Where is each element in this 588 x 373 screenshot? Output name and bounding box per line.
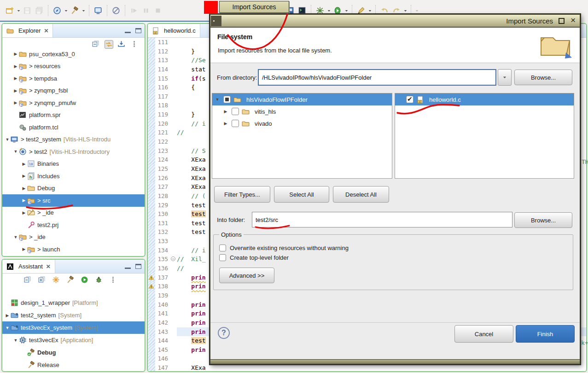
tree-item-test2-system[interactable]: ▶stest2_system[System] [2, 309, 145, 321]
twisty-icon[interactable]: ▶ [4, 313, 11, 318]
toplevel-checkbox[interactable] [219, 254, 226, 261]
stop-icon[interactable] [153, 6, 163, 16]
twisty-icon[interactable]: ▶ [12, 76, 19, 81]
explorer-tab-close-icon[interactable]: ✕ [44, 28, 48, 34]
tree-item-design-1-wrapper[interactable]: design_1_wrapper[Platform] [2, 297, 145, 309]
skip-breakpoints-icon[interactable] [111, 6, 121, 16]
overwrite-checkbox[interactable] [219, 245, 226, 251]
dialog-titlebar[interactable]: Import Sources × [210, 15, 580, 28]
tree-item-hlsvivadoflowipfolder[interactable]: ▼hlsVivadoFlowIPFolder [212, 93, 392, 105]
toplevel-option[interactable]: Create top-level folder [219, 254, 567, 261]
collapse-all-icon[interactable] [92, 40, 100, 49]
tree-item-psu-cortexa53-0[interactable]: ▶psu_cortexa53_0 [2, 51, 145, 60]
twisty-icon[interactable]: ▼ [4, 137, 11, 142]
tree-item-tempdsa[interactable]: ▶?> tempdsa [2, 72, 145, 85]
maximize-icon[interactable] [135, 28, 141, 33]
pause-icon[interactable] [141, 6, 151, 16]
assistant-tab-close-icon[interactable]: ✕ [46, 263, 51, 270]
from-directory-input[interactable] [258, 69, 496, 86]
assistant-maximize-icon[interactable] [135, 264, 141, 269]
finish-button[interactable]: Finish [516, 325, 575, 343]
twisty-icon[interactable]: ▶ [12, 88, 19, 93]
tree-item-src[interactable]: ▶?> src [2, 194, 145, 207]
tree-item--ide[interactable]: ▼?> _ide [2, 231, 145, 244]
twisty-icon[interactable]: ▼ [12, 235, 19, 239]
dialog-maximize-icon[interactable] [559, 18, 565, 24]
checkbox-unchecked[interactable] [232, 120, 239, 127]
tree-item-binaries[interactable]: ▶10Binaries [2, 158, 145, 170]
select-all-button[interactable]: Select All [274, 186, 329, 203]
into-folder-input[interactable] [252, 212, 512, 227]
assistant-run-icon[interactable] [81, 276, 89, 285]
tree-item-test2-prj[interactable]: test2.prj [2, 219, 145, 231]
twisty-icon[interactable]: ▶ [12, 100, 19, 105]
twisty-icon[interactable]: ▶ [12, 64, 19, 69]
deselect-all-button[interactable]: Deselect All [333, 186, 389, 203]
help-button[interactable]: ? [218, 327, 230, 339]
debug-config-dropdown-icon[interactable] [63, 6, 69, 16]
twisty-icon[interactable]: ▶ [12, 52, 19, 56]
twisty-icon[interactable]: ▼ [214, 97, 221, 102]
tree-item-test3vecex[interactable]: ▼test3vecEx[Application] [2, 334, 145, 346]
build-dropdown-icon[interactable] [81, 6, 86, 16]
tree-item-vitis-hls[interactable]: ▶vitis_hls [212, 105, 392, 117]
twisty-icon[interactable]: ▶ [21, 162, 27, 166]
tree-item-test2-system[interactable]: ▼> test2_system[Vitis-HLS-Introdu [2, 134, 145, 146]
assistant-build-icon[interactable] [66, 276, 75, 285]
link-with-editor-icon[interactable] [105, 40, 113, 49]
twisty-icon[interactable]: ▶ [21, 186, 27, 191]
save-icon[interactable] [22, 6, 32, 16]
dialog-close-icon[interactable]: × [571, 15, 576, 25]
browse-bottom-button[interactable]: Browse... [514, 212, 572, 228]
tree-item-platform-tcl[interactable]: platform.tcl [2, 121, 145, 134]
twisty-icon[interactable]: ▶ [21, 210, 27, 215]
twisty-icon[interactable]: ▶ [222, 109, 229, 114]
fold-marker-icon[interactable]: − [170, 255, 177, 264]
resume-icon[interactable] [129, 6, 139, 16]
tree-item-vivado[interactable]: ▶vivado [212, 117, 392, 129]
advanced-button[interactable]: Advanced >> [219, 268, 274, 283]
tree-item-resources[interactable]: ▶?> resources [2, 60, 145, 73]
overwrite-option[interactable]: Overwrite existing resources without war… [219, 245, 567, 251]
twisty-icon[interactable]: ▶ [21, 247, 27, 251]
twisty-icon[interactable]: ▶ [21, 174, 27, 178]
tab-helloworld-c[interactable]: .c helloworld.c [148, 24, 200, 37]
new-wizard-dropdown-icon[interactable] [16, 6, 21, 16]
checkbox-gray[interactable] [223, 96, 231, 103]
tree-item-zynqmp-pmufw[interactable]: ▶?> zynqmp_pmufw [2, 97, 145, 109]
tree-item-debug[interactable]: Debug [2, 346, 145, 359]
save-all-icon[interactable] [34, 6, 44, 16]
window-menu-icon[interactable] [211, 16, 221, 26]
tree-item-launch[interactable]: ▶?> launch [2, 243, 145, 256]
tree-item-platform-spr[interactable]: platform.spr [2, 109, 145, 122]
view-menu-icon[interactable] [130, 40, 139, 49]
build-hammer-icon[interactable] [70, 6, 80, 16]
twisty-icon[interactable]: ▶ [21, 198, 27, 203]
tree-item--ide[interactable]: ▶> _ide [2, 207, 145, 219]
assistant-collapse-all-icon[interactable] [23, 276, 32, 285]
tree-item-release[interactable]: Release [2, 359, 145, 371]
import-icon[interactable] [117, 40, 126, 49]
tree-item-zynqmp-fsbl[interactable]: ▶?> zynqmp_fsbl [2, 85, 145, 97]
terminal-icon[interactable] [93, 6, 103, 16]
new-wizard-icon[interactable] [5, 6, 15, 16]
source-file-list[interactable]: .chelloworld.c [395, 93, 574, 179]
assistant-minimize-icon[interactable] [125, 264, 131, 269]
tree-item-includes[interactable]: ▶hIncludes [2, 170, 145, 182]
tree-item-helloworld-c[interactable]: .chelloworld.c [395, 93, 574, 105]
minimize-icon[interactable] [125, 28, 131, 33]
cancel-button[interactable]: Cancel [454, 325, 513, 343]
checkbox-unchecked[interactable] [232, 108, 239, 115]
twisty-icon[interactable]: ▼ [12, 338, 19, 343]
assistant-debug-icon[interactable] [95, 276, 104, 285]
tree-item-debug[interactable]: ▶Debug [2, 182, 145, 195]
twisty-icon[interactable]: ▼ [4, 326, 11, 330]
checkbox-chk[interactable] [406, 96, 413, 103]
debug-config-icon[interactable] [52, 6, 62, 16]
tree-item-test3vecex-system[interactable]: ▼stest3vecEx_system[System] [2, 321, 145, 334]
settings-gear-icon[interactable] [52, 276, 61, 285]
twisty-icon[interactable]: ▼ [12, 149, 19, 154]
assistant-view-menu-icon[interactable] [109, 276, 118, 285]
tree-item-test2[interactable]: ▼> test2[Vitis-HLS-Introductory [2, 146, 145, 158]
browse-top-button[interactable]: Browse... [514, 70, 572, 85]
